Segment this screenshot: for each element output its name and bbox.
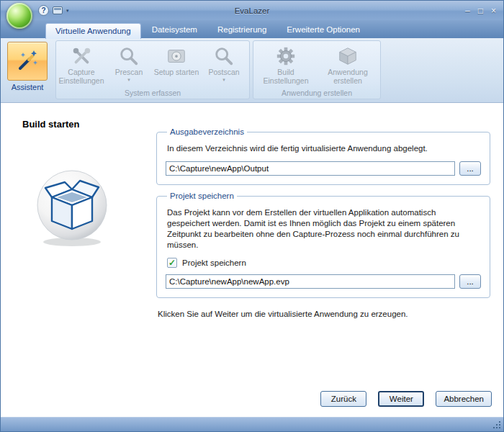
app-menu-orb-button[interactable]: [6, 3, 32, 29]
abbrechen-button[interactable]: Abbrechen: [436, 391, 492, 407]
resize-grip[interactable]: [499, 427, 500, 428]
chevron-down-icon: ▾: [127, 77, 130, 83]
group-description: Das Projekt kann vor dem Erstellen der v…: [167, 207, 480, 251]
group-title: Ausgabeverzeichnis: [167, 127, 247, 136]
chevron-down-icon[interactable]: ▾: [66, 8, 69, 14]
ribbon-group-title: System erfassen: [58, 89, 248, 99]
minimize-button[interactable]: –: [465, 6, 470, 16]
help-glyph: ?: [41, 6, 45, 14]
project-browse-button[interactable]: ...: [459, 274, 481, 289]
status-bar: [1, 417, 503, 431]
package-box-icon: [336, 45, 359, 68]
setup-starten-button[interactable]: Setup starten: [153, 42, 200, 89]
weiter-button[interactable]: Weiter: [378, 391, 424, 407]
next-step-hint: Klicken Sie auf Weiter um die virtualisi…: [158, 310, 489, 318]
group-description: In diesem Verzeichnis wird die fertig vi…: [167, 143, 480, 154]
ribbon-group-title: Anwendung erstellen: [255, 89, 379, 99]
checkbox-label: Projekt speichern: [182, 258, 246, 267]
close-button[interactable]: ×: [491, 6, 496, 16]
project-path-input[interactable]: [166, 274, 455, 289]
page-title: Build starten: [22, 119, 145, 130]
ribbon-group-system-erfassen: Capture Einstellungen Prescan ▾: [55, 40, 250, 99]
quick-access-toolbar: ? ▾: [38, 5, 69, 16]
main-content: Build starten: [1, 103, 503, 417]
tab-erweiterte-optionen[interactable]: Erweiterte Optionen: [277, 22, 369, 38]
assistent-label: Assistent: [2, 83, 53, 91]
ausgabeverzeichnis-group: Ausgabeverzeichnis In diesem Verzeichnis…: [156, 127, 490, 185]
capture-einstellungen-button[interactable]: Capture Einstellungen: [58, 42, 105, 89]
ribbon-group-anwendung-erstellen: Build Einstellungen Anwendung erstellen …: [253, 40, 381, 99]
anwendung-erstellen-button[interactable]: Anwendung erstellen: [317, 42, 379, 89]
ribbon-tab-row: Virtuelle Anwendung Dateisystem Registri…: [1, 20, 503, 38]
projekt-speichern-checkbox-row[interactable]: ✓ Projekt speichern: [167, 258, 480, 268]
magic-wand-icon: [16, 49, 39, 73]
ribbon-group-buttons: Capture Einstellungen Prescan ▾: [58, 42, 248, 89]
magnifier-icon: [117, 45, 140, 68]
magnifier-icon: [212, 45, 235, 68]
group-title: Projekt speichern: [167, 192, 237, 200]
postscan-button[interactable]: Postscan ▾: [200, 42, 248, 89]
wizard-left-panel: Build starten: [1, 103, 145, 417]
app-window: ? ▾ EvaLazer – □ × Virtuelle Anwendung D…: [0, 0, 504, 432]
output-path-input[interactable]: [166, 161, 455, 176]
zurueck-button[interactable]: Zurück: [320, 391, 366, 407]
ribbon: Assistent Capture Einstellungen: [1, 38, 503, 103]
help-icon[interactable]: ?: [38, 5, 49, 16]
gear-icon: [274, 45, 297, 68]
assistent-button[interactable]: [7, 42, 48, 81]
tab-dateisystem[interactable]: Dateisystem: [143, 22, 207, 38]
tab-registrierung[interactable]: Registrierung: [208, 22, 276, 38]
setup-disc-icon: [165, 45, 188, 68]
assistent-section: Assistent: [2, 40, 53, 91]
output-browse-button[interactable]: ...: [459, 161, 481, 176]
window-icon[interactable]: [53, 6, 63, 14]
chevron-down-icon: ▾: [222, 77, 225, 83]
checkbox-checked-icon[interactable]: ✓: [167, 258, 177, 268]
open-box-logo: [32, 167, 145, 249]
build-einstellungen-button[interactable]: Build Einstellungen: [255, 42, 317, 89]
prescan-button[interactable]: Prescan ▾: [105, 42, 153, 89]
maximize-button[interactable]: □: [478, 6, 483, 16]
projekt-speichern-group: Projekt speichern Das Projekt kann vor d…: [156, 192, 490, 298]
wizard-right-panel: Ausgabeverzeichnis In diesem Verzeichnis…: [145, 103, 503, 417]
wizard-navigation: Zurück Weiter Abbrechen: [320, 391, 492, 407]
title-bar: ? ▾ EvaLazer – □ ×: [1, 1, 503, 20]
ribbon-group-buttons: Build Einstellungen Anwendung erstellen: [255, 42, 379, 89]
tools-icon: [70, 45, 93, 68]
window-title: EvaLazer: [1, 6, 503, 15]
tab-virtuelle-anwendung[interactable]: Virtuelle Anwendung: [45, 23, 141, 39]
window-controls: – □ ×: [465, 6, 496, 16]
